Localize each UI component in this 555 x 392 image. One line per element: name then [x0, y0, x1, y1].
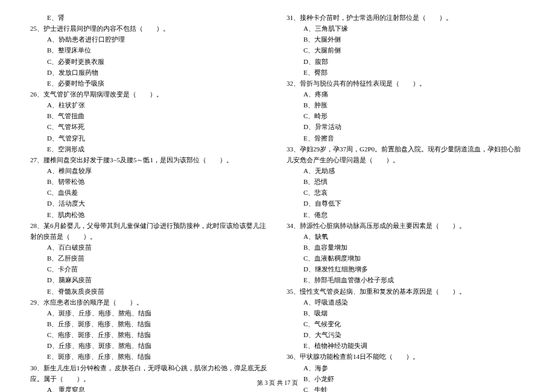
q29-opt: A、斑疹、丘疹、疱疹、脓疱、结痂 — [30, 308, 268, 318]
q32-opt: D、异常活动 — [287, 121, 525, 132]
q27-opt: D、活动度大 — [30, 198, 268, 209]
right-column: 31、接种卡介苗时，护士常选用的注射部位是（ ）。 A、三角肌下缘 B、大腿外侧… — [287, 12, 525, 356]
q33-opt: D、自尊低下 — [287, 198, 525, 209]
q26-opt: B、气管扭曲 — [30, 110, 268, 121]
q28: 28、某6月龄婴儿，父母带其到儿童保健门诊进行预防接种，此时应该给该婴儿注射的疫… — [30, 220, 268, 242]
q27: 27、腰椎间盘突出好发于腰3~5及腰5～骶1，是因为该部位（ ）。 — [30, 154, 268, 165]
q28-opt: C、卡介苗 — [30, 264, 268, 274]
q26-opt: E、空洞形成 — [30, 144, 268, 154]
q29-opt: B、丘疹、斑疹、疱疹、脓疱、结痂 — [30, 318, 268, 329]
q33-opt: A、无助感 — [287, 165, 525, 176]
q29-opt: D、丘疹、疱疹、斑疹、脓疱、结痂 — [30, 340, 268, 351]
q34-opt: A、缺氧 — [287, 231, 525, 242]
q34-opt: E、肺部毛细血管微小栓子形成 — [287, 274, 525, 285]
q25-opt: D、发放口服药物 — [30, 67, 268, 78]
q26-opt: C、气管坏死 — [30, 121, 268, 132]
q25-opt: A、协助患者进行口腔护理 — [30, 34, 268, 45]
q33: 33、孕妇29岁，孕37周，G2P0。前置胎盘入院。现有少量阴道流血，孕妇担心胎… — [287, 144, 525, 165]
q25-opt: E、必要时给予吸痰 — [30, 78, 268, 89]
q35-opt: E、植物神经功能失调 — [287, 340, 525, 351]
page-container: E、肾 25、护士进行晨间护理的内容不包括（ ）。 A、协助患者进行口腔护理 B… — [0, 0, 555, 374]
page-footer: 第 3 页 共 17 页 — [0, 379, 555, 387]
q32-opt: C、畸形 — [287, 110, 525, 121]
q35-opt: A、呼吸道感染 — [287, 297, 525, 308]
q31-opt: C、大腿前侧 — [287, 45, 525, 55]
q25-opt: B、整理床单位 — [30, 45, 268, 55]
q34-opt: C、血液黏稠度增加 — [287, 253, 525, 264]
q29: 29、水痘患者出疹的顺序是（ ）。 — [30, 297, 268, 308]
q33-opt: E、倦怠 — [287, 209, 525, 220]
q31-opt: B、大腿外侧 — [287, 34, 525, 45]
q27-opt: B、韧带松弛 — [30, 176, 268, 187]
q35-opt: D、大气污染 — [287, 329, 525, 340]
q32-opt: A、疼痛 — [287, 89, 525, 100]
q31-opt: E、臀部 — [287, 67, 525, 78]
q36-opt: A、海参 — [287, 362, 525, 373]
q28-opt: A、百白破疫苗 — [30, 242, 268, 253]
q27-opt: E、肌肉松弛 — [30, 209, 268, 220]
q24-opt-e: E、肾 — [30, 12, 268, 23]
q26-opt: D、气管穿孔 — [30, 133, 268, 144]
q28-opt: D、脑麻风疫苗 — [30, 274, 268, 285]
q33-opt: C、悲哀 — [287, 187, 525, 198]
q35-opt: B、吸烟 — [287, 308, 525, 318]
q32-opt: E、骨擦音 — [287, 133, 525, 144]
q35-opt: C、气候变化 — [287, 318, 525, 329]
q26: 26、支气管扩张的早期病理改变是（ ）。 — [30, 89, 268, 100]
q34-opt: D、继发性红细胞增多 — [287, 264, 525, 274]
q32: 32、骨折与脱位共有的特征性表现是（ ）。 — [287, 78, 525, 89]
q25: 25、护士进行晨间护理的内容不包括（ ）。 — [30, 23, 268, 34]
left-column: E、肾 25、护士进行晨间护理的内容不包括（ ）。 A、协助患者进行口腔护理 B… — [30, 12, 268, 356]
q31: 31、接种卡介苗时，护士常选用的注射部位是（ ）。 — [287, 12, 525, 23]
q28-opt: E、脊髓灰质炎疫苗 — [30, 286, 268, 297]
q32-opt: B、肿胀 — [287, 100, 525, 110]
q28-opt: B、乙肝疫苗 — [30, 253, 268, 264]
q26-opt: A、柱状扩张 — [30, 100, 268, 110]
q29-opt: E、斑疹、疱疹、丘疹、脓疱、结痂 — [30, 351, 268, 362]
q29-opt: C、疱疹、斑疹、丘疹、脓疱、结痂 — [30, 329, 268, 340]
q36: 36、甲状腺功能检查前14日不能吃（ ）。 — [287, 351, 525, 362]
q27-opt: C、血供差 — [30, 187, 268, 198]
q31-opt: D、腹部 — [287, 56, 525, 67]
q35: 35、慢性支气管炎起病、加重和复发的基本原因是（ ）。 — [287, 286, 525, 297]
q33-opt: B、恐惧 — [287, 176, 525, 187]
q27-opt: A、椎间盘较厚 — [30, 165, 268, 176]
q31-opt: A、三角肌下缘 — [287, 23, 525, 34]
q25-opt: C、必要时更换衣服 — [30, 56, 268, 67]
q34: 34、肺源性心脏病肺动脉高压形成的最主要因素是（ ）。 — [287, 220, 525, 231]
q34-opt: B、血容量增加 — [287, 242, 525, 253]
